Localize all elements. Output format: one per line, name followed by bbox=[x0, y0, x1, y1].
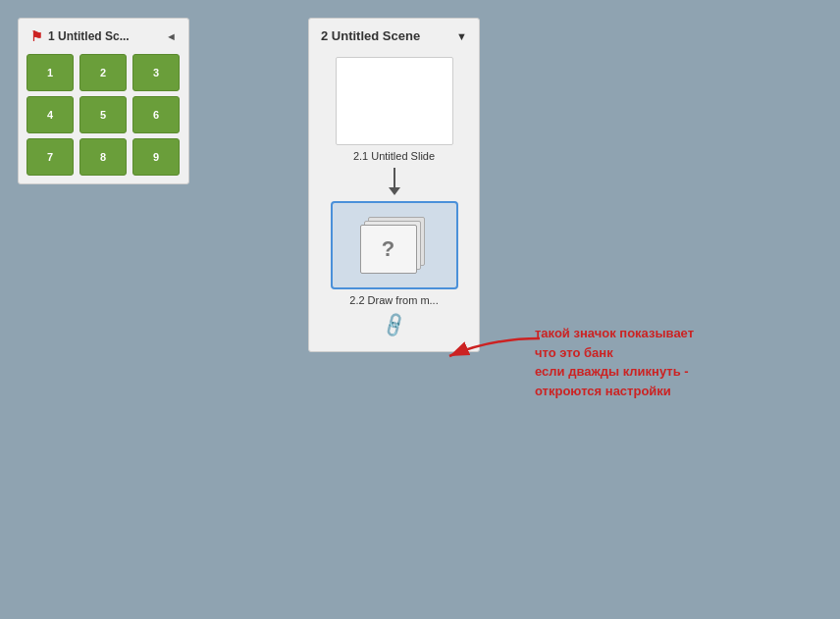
annotation-line4: откроются настройки bbox=[535, 382, 694, 401]
card-stack: ? bbox=[360, 217, 429, 274]
collapse-arrow-icon[interactable]: ◄ bbox=[166, 30, 177, 42]
grid-item-5[interactable]: 5 bbox=[79, 96, 127, 133]
annotation-arrow bbox=[442, 329, 550, 378]
bank-item[interactable]: ? bbox=[331, 201, 458, 289]
slide-box[interactable] bbox=[336, 57, 453, 145]
scene1-panel: ⚑ 1 Untitled Sc... ◄ 1 2 3 4 5 6 7 8 9 bbox=[18, 18, 189, 184]
slide-label: 2.1 Untitled Slide bbox=[353, 150, 435, 162]
scene1-title: ⚑ 1 Untitled Sc... bbox=[30, 28, 130, 44]
annotation-line2: что это банк bbox=[535, 343, 694, 363]
bank-label: 2.2 Draw from m... bbox=[349, 294, 438, 306]
grid-item-1[interactable]: 1 bbox=[26, 54, 74, 91]
question-mark-icon: ? bbox=[382, 236, 394, 262]
scene2-title-label: 2 Untitled Scene bbox=[321, 28, 420, 43]
grid-item-3[interactable]: 3 bbox=[132, 54, 180, 91]
grid-item-4[interactable]: 4 bbox=[26, 96, 74, 133]
scene1-title-label: 1 Untitled Sc... bbox=[48, 29, 130, 43]
grid-item-7[interactable]: 7 bbox=[26, 138, 74, 176]
annotation-text: такой значок показывает что это банк есл… bbox=[535, 324, 694, 400]
grid-item-2[interactable]: 2 bbox=[79, 54, 127, 91]
annotation-line3: если дважды кликнуть - bbox=[535, 362, 694, 382]
link-icon-container: 🔗 bbox=[384, 314, 405, 335]
slide-container: 2.1 Untitled Slide ? 2.2 Draw from m... … bbox=[317, 57, 471, 335]
flag-icon: ⚑ bbox=[30, 28, 43, 44]
annotation-line1: такой значок показывает bbox=[535, 324, 694, 343]
dropdown-arrow-icon[interactable]: ▼ bbox=[456, 30, 467, 42]
grid-item-9[interactable]: 9 bbox=[132, 138, 180, 176]
scene2-header: 2 Untitled Scene ▼ bbox=[317, 26, 471, 45]
scene1-grid: 1 2 3 4 5 6 7 8 9 bbox=[26, 54, 181, 176]
grid-item-6[interactable]: 6 bbox=[132, 96, 180, 133]
arrow-line bbox=[394, 168, 395, 187]
card-front: ? bbox=[360, 225, 417, 274]
scene2-panel: 2 Untitled Scene ▼ 2.1 Untitled Slide ? … bbox=[308, 18, 480, 352]
scene1-header: ⚑ 1 Untitled Sc... ◄ bbox=[26, 26, 181, 46]
arrow-head bbox=[389, 187, 400, 195]
link-icon[interactable]: 🔗 bbox=[379, 310, 408, 339]
arrow-down bbox=[389, 168, 400, 195]
grid-item-8[interactable]: 8 bbox=[79, 138, 127, 176]
